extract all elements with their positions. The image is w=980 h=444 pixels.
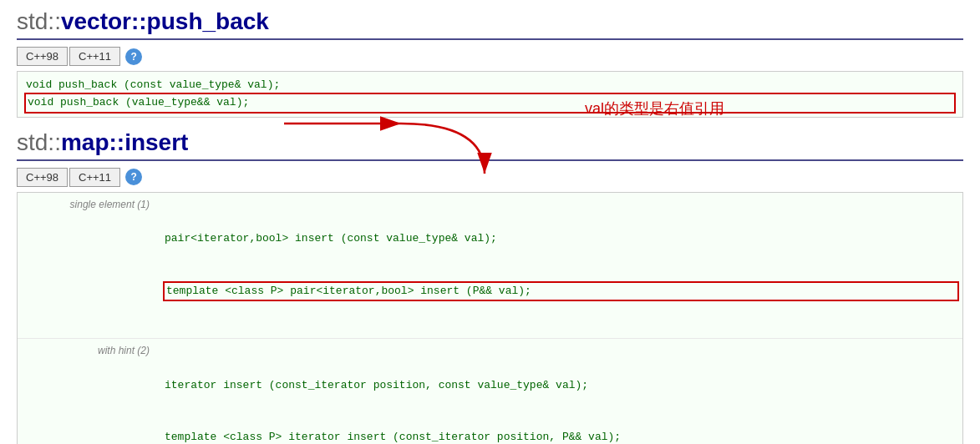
vector-name: vector::push_back	[61, 8, 269, 34]
vector-prefix: std::	[17, 8, 61, 34]
tab-cpp11-vector[interactable]: C++11	[69, 47, 120, 66]
map-section: std::map::insert C++98 C++11 ? single el…	[17, 129, 963, 444]
vector-code-block: void push_back (const value_type& val); …	[17, 71, 963, 118]
map-prefix: std::	[17, 129, 61, 155]
vector-code-line-2-highlighted: void push_back (value_type&& val);	[24, 93, 956, 114]
row-code-hint: iterator insert (const_iterator position…	[160, 339, 962, 444]
tab-cpp98-map[interactable]: C++98	[17, 168, 68, 187]
annotation-text: val的类型是右值引用	[585, 98, 724, 119]
table-row-single: single element (1) pair<iterator,bool> i…	[18, 193, 962, 339]
insert-table: single element (1) pair<iterator,bool> i…	[17, 192, 963, 444]
help-icon-map[interactable]: ?	[125, 169, 142, 185]
hint-line-2: template <class P> iterator insert (cons…	[165, 429, 957, 444]
tab-cpp11-map[interactable]: C++11	[69, 168, 120, 187]
vector-tab-bar: C++98 C++11 ?	[17, 47, 963, 66]
tab-cpp98-vector[interactable]: C++98	[17, 47, 68, 66]
vector-code-line-1: void push_back (const value_type& val);	[26, 77, 954, 94]
table-row-hint: with hint (2) iterator insert (const_ite…	[18, 339, 962, 444]
map-title: std::map::insert	[17, 129, 963, 161]
row-label-hint: with hint (2)	[18, 339, 160, 444]
row-code-single: pair<iterator,bool> insert (const value_…	[160, 193, 962, 338]
single-line-1: pair<iterator,bool> insert (const value_…	[165, 230, 957, 248]
hint-line-1: iterator insert (const_iterator position…	[165, 377, 957, 395]
help-icon-vector[interactable]: ?	[125, 48, 142, 65]
single-line-2-highlighted: template <class P> pair<iterator,bool> i…	[163, 281, 959, 302]
vector-title: std::vector::push_back	[17, 8, 963, 40]
vector-section: std::vector::push_back C++98 C++11 ? voi…	[17, 8, 963, 118]
row-label-single: single element (1)	[18, 193, 160, 338]
map-name: map::insert	[61, 129, 188, 155]
map-tab-bar: C++98 C++11 ?	[17, 168, 963, 187]
